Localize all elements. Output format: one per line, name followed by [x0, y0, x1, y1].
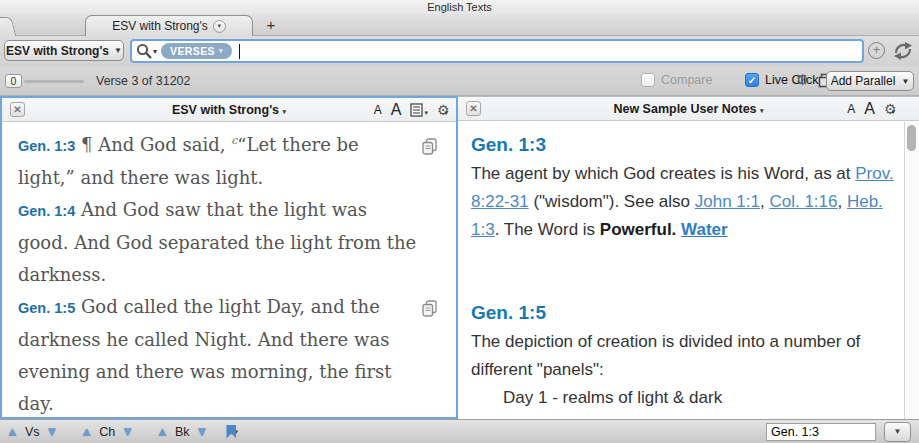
- scrollbar-track[interactable]: [904, 122, 919, 419]
- verse-down-button[interactable]: ▼: [45, 425, 58, 438]
- history-slider-thumb[interactable]: 0: [5, 74, 22, 88]
- verses-scope-token[interactable]: VERSES ▾: [161, 43, 232, 59]
- decrease-font-button[interactable]: A: [847, 102, 855, 116]
- reference-dropdown-button[interactable]: ▼: [884, 422, 911, 442]
- gear-icon[interactable]: ⚙▾: [437, 101, 448, 119]
- increase-font-button[interactable]: A: [864, 100, 875, 118]
- verse-up-button[interactable]: ▲: [6, 425, 19, 438]
- note-text: ("wisdom"). See also: [529, 192, 695, 211]
- chevron-down-icon: ▾: [153, 47, 157, 56]
- live-click-gear-icon[interactable]: ⚙: [796, 71, 809, 89]
- live-click-label: Live Click: [765, 73, 819, 87]
- search-mode-menu[interactable]: ▾: [136, 43, 157, 59]
- search-toolbar: ESV with Strong's ▼ ▾ VERSES ▾ +: [0, 36, 919, 66]
- bookmark-menu[interactable]: ▾: [226, 425, 238, 439]
- chevron-down-icon: ▼: [114, 46, 122, 55]
- verse-ref[interactable]: Gen. 1:4: [18, 203, 75, 219]
- display-settings-icon[interactable]: ▾: [410, 101, 428, 119]
- gear-icon[interactable]: ⚙▾: [884, 100, 895, 118]
- note-text: The depiction of creation is divided int…: [471, 332, 860, 379]
- user-note: Gen. 1:3The agent by which God creates i…: [471, 132, 894, 244]
- compare-checkbox[interactable]: [641, 73, 655, 87]
- verse-status-text: Verse 3 of 31202: [96, 74, 191, 88]
- verse-row[interactable]: Gen. 1:4 And God saw that the light was …: [18, 194, 430, 291]
- tab-label: ESV with Strong's: [112, 19, 208, 33]
- note-text: . The Word is: [495, 220, 600, 239]
- chevron-down-icon: ▾: [760, 107, 764, 114]
- close-icon[interactable]: ✕: [10, 102, 25, 117]
- ch-label: Ch: [99, 425, 115, 439]
- add-parallel-button[interactable]: Add Parallel ▼: [826, 71, 914, 91]
- compare-checkbox-group[interactable]: Compare: [641, 73, 712, 87]
- note-text: The agent by which God creates is his Wo…: [471, 164, 855, 183]
- text-caret: [239, 44, 240, 59]
- left-pane-header: ✕ ESV with Strong's ▾ A A ▾ ⚙▾: [2, 98, 456, 122]
- note-text: ,: [837, 192, 846, 211]
- scripture-link[interactable]: John 1:1: [695, 192, 760, 211]
- pilcrow-mark: ¶: [81, 134, 98, 155]
- compare-label: Compare: [661, 73, 712, 87]
- text-module-label: ESV with Strong's: [6, 44, 109, 58]
- bk-label: Bk: [175, 425, 190, 439]
- chevron-down-icon: ▾: [219, 47, 223, 55]
- bookmark-icon: [226, 425, 236, 439]
- copy-verse-icon[interactable]: [422, 295, 438, 312]
- copy-verse-icon[interactable]: [422, 133, 438, 150]
- verse-row[interactable]: Gen. 1:3 ¶ And God said, c“Let there be …: [18, 129, 430, 194]
- chevron-down-icon: ▼: [901, 77, 909, 86]
- verse-ref[interactable]: Gen. 1:3: [18, 138, 75, 154]
- note-bold-text: Powerful.: [600, 220, 677, 239]
- verse-text: God called the light Day, and the darkne…: [18, 296, 391, 414]
- verse-row[interactable]: Gen. 1:5 God called the light Day, and t…: [18, 291, 430, 417]
- decrease-font-button[interactable]: A: [374, 103, 382, 117]
- scrollbar-thumb[interactable]: [907, 125, 916, 151]
- verse-text: And God saw that the light was good. And…: [18, 199, 416, 285]
- text-module-dropdown[interactable]: ESV with Strong's ▼: [4, 40, 124, 61]
- tab-esv-with-strongs[interactable]: ESV with Strong's ▾: [85, 15, 253, 36]
- scripture-link[interactable]: Col. 1:16: [769, 192, 837, 211]
- tab-menu-icon[interactable]: ▾: [213, 20, 226, 33]
- note-link[interactable]: Water: [681, 220, 728, 239]
- verses-token-label: VERSES: [170, 45, 215, 57]
- increase-font-button[interactable]: A: [391, 101, 402, 119]
- bottom-navigation-bar: ▲ Vs ▼ ▲ Ch ▼ ▲ Bk ▼ ▾ ▼: [0, 419, 919, 443]
- note-body: The agent by which God creates is his Wo…: [471, 160, 894, 244]
- chapter-down-button[interactable]: ▼: [121, 425, 134, 438]
- note-body: The depiction of creation is divided int…: [471, 328, 894, 419]
- amplify-icon[interactable]: [891, 40, 915, 62]
- history-slider-track[interactable]: [24, 80, 84, 83]
- note-heading[interactable]: Gen. 1:3: [471, 132, 894, 158]
- add-search-criteria-button[interactable]: +: [868, 42, 885, 59]
- background-tab-corner: [0, 17, 16, 36]
- new-tab-button[interactable]: +: [262, 16, 280, 34]
- right-pane-header: ✕ New Sample User Notes ▾ A A ⚙▾: [458, 97, 919, 121]
- vs-label: Vs: [25, 425, 40, 439]
- user-notes-pane: ✕ New Sample User Notes ▾ A A ⚙▾ Gen. 1:…: [458, 96, 919, 419]
- verse-list: Gen. 1:3 ¶ And God said, c“Let there be …: [4, 123, 454, 417]
- go-to-reference-input[interactable]: [766, 423, 876, 441]
- chevron-down-icon: ▾: [283, 108, 287, 115]
- add-parallel-label: Add Parallel: [831, 74, 896, 88]
- note-line: Day 1 - realms of light & dark: [471, 384, 894, 412]
- search-input[interactable]: ▾ VERSES ▾: [130, 39, 864, 63]
- note-heading[interactable]: Gen. 1:5: [471, 300, 894, 326]
- note-line: Day 4 - realms filled w/ heavenly lights…: [471, 412, 894, 419]
- context-bar: 0 Verse 3 of 31202 Compare ✓ Live Click …: [0, 66, 919, 96]
- content-area: ✕ ESV with Strong's ▾ A A ▾ ⚙▾ G: [0, 96, 919, 419]
- chapter-up-button[interactable]: ▲: [80, 425, 93, 438]
- verse-text: And God said,: [98, 134, 231, 155]
- window-title: English Texts: [0, 0, 919, 14]
- chevron-down-icon: ▾: [424, 109, 428, 116]
- verse-ref[interactable]: Gen. 1:5: [18, 300, 75, 316]
- book-up-button[interactable]: ▲: [156, 425, 169, 438]
- live-click-checkbox[interactable]: ✓: [745, 73, 759, 87]
- search-icon: [136, 43, 152, 59]
- book-down-button[interactable]: ▼: [196, 425, 209, 438]
- bible-text-pane: ✕ ESV with Strong's ▾ A A ▾ ⚙▾ G: [0, 96, 458, 419]
- tab-bar: ESV with Strong's ▾ +: [0, 14, 919, 36]
- note-list: Gen. 1:3The agent by which God creates i…: [458, 122, 904, 419]
- close-icon[interactable]: ✕: [466, 101, 481, 116]
- user-note: Gen. 1:5The depiction of creation is div…: [471, 300, 894, 419]
